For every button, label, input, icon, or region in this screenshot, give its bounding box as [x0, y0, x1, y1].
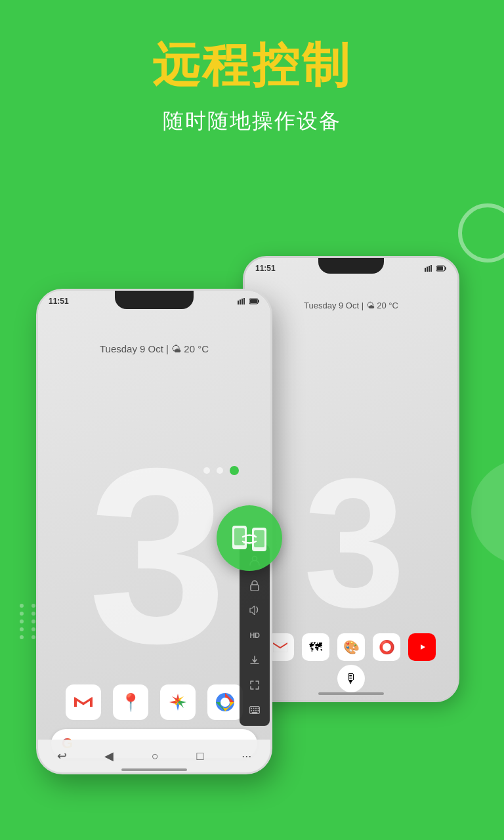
svg-rect-33	[258, 708, 259, 709]
side-button	[457, 324, 459, 356]
svg-rect-31	[253, 708, 255, 709]
app-chrome	[207, 684, 243, 720]
svg-rect-32	[255, 708, 257, 709]
app-gmail	[66, 684, 101, 720]
home-bar-back	[318, 692, 384, 695]
time-front: 11:51	[49, 297, 69, 306]
assistant-back: 🎙	[245, 665, 457, 692]
power-btn	[270, 369, 272, 402]
status-icons-back	[425, 265, 447, 272]
time-back: 11:51	[255, 264, 276, 273]
swap-arrows	[230, 520, 269, 556]
status-icons-front	[238, 298, 260, 304]
svg-rect-36	[255, 710, 257, 711]
app-photos	[160, 684, 196, 720]
phones-container: 11:51 Tuesday 9 Oct | 🌤 20 °C 3 🗺	[0, 223, 504, 840]
sub-title: 随时随地操作设备	[0, 107, 504, 136]
app-chrome-back: ⭕	[373, 633, 400, 661]
svg-rect-9	[238, 301, 239, 304]
svg-rect-11	[242, 299, 243, 304]
svg-rect-37	[258, 710, 259, 711]
nav-more: ···	[242, 749, 251, 763]
title-section: 远程控制 随时随地操作设备	[0, 0, 504, 136]
toolbar-volume[interactable]	[243, 598, 266, 622]
phone-notch-back	[318, 258, 384, 274]
connect-dots	[203, 466, 239, 475]
dot-2	[217, 467, 223, 474]
svg-rect-14	[258, 300, 259, 303]
toolbar-lock[interactable]	[243, 574, 266, 597]
svg-rect-16	[74, 696, 93, 709]
control-toolbar: HD	[240, 545, 270, 726]
dock-back: 🗺 🎨 ⭕	[245, 633, 457, 661]
svg-rect-1	[427, 267, 428, 272]
navbar: ↩ ◀ ○ □ ···	[38, 740, 270, 772]
svg-rect-6	[437, 266, 443, 270]
app-maps: 📍	[113, 684, 148, 720]
svg-rect-12	[243, 298, 245, 304]
svg-rect-24	[254, 530, 264, 547]
date-front: Tuesday 9 Oct | 🌤 20 °C	[38, 343, 270, 354]
toolbar-hd[interactable]: HD	[243, 623, 266, 647]
phone-notch-front	[115, 291, 194, 309]
dock-front: 📍	[38, 684, 270, 720]
home-bar-front	[121, 768, 187, 771]
phone-screen-back: 11:51 Tuesday 9 Oct | 🌤 20 °C 3 🗺	[245, 258, 457, 700]
toolbar-download[interactable]	[243, 648, 266, 672]
svg-rect-38	[252, 712, 258, 713]
svg-rect-28	[251, 585, 259, 591]
dot-1	[203, 467, 210, 474]
main-title: 远程控制	[0, 39, 504, 91]
svg-rect-34	[251, 710, 252, 711]
svg-rect-15	[250, 299, 257, 303]
svg-rect-0	[425, 268, 426, 272]
svg-rect-30	[251, 708, 252, 709]
phone-back: 11:51 Tuesday 9 Oct | 🌤 20 °C 3 🗺	[243, 256, 459, 702]
toolbar-expand[interactable]	[243, 673, 266, 697]
app-maps-back: 🗺	[302, 633, 329, 661]
nav-square: □	[197, 749, 204, 763]
svg-rect-5	[445, 267, 446, 270]
swap-icon[interactable]	[217, 505, 282, 571]
svg-rect-35	[253, 710, 255, 711]
svg-point-20	[222, 699, 228, 705]
nav-circle: ○	[152, 749, 159, 763]
nav-home-btn: ◀	[104, 749, 114, 763]
svg-rect-2	[429, 266, 430, 272]
app-photos-back: 🎨	[337, 633, 365, 661]
svg-rect-3	[430, 265, 432, 272]
toolbar-keyboard[interactable]	[243, 698, 266, 722]
app-youtube-back	[408, 633, 436, 661]
svg-rect-10	[240, 300, 241, 305]
date-back: Tuesday 9 Oct | 🌤 20 °C	[245, 301, 457, 310]
page-background: 远程控制 随时随地操作设备 11:51 Tuesday 9 Oct | 🌤 20…	[0, 0, 504, 840]
dot-3	[230, 466, 239, 475]
nav-back: ↩	[57, 749, 67, 763]
